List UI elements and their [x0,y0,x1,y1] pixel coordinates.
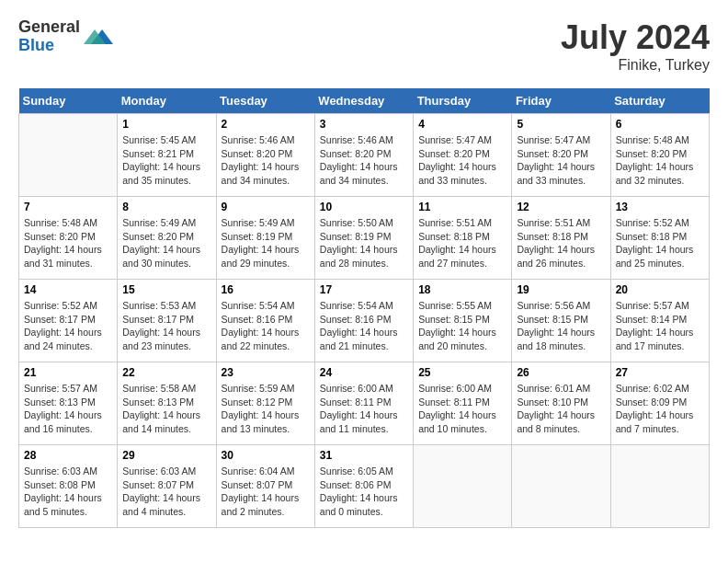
day-info: Sunrise: 5:54 AM Sunset: 8:16 PM Dayligh… [320,299,408,353]
calendar-cell: 12Sunrise: 5:51 AM Sunset: 8:18 PM Dayli… [512,197,610,280]
calendar-cell: 13Sunrise: 5:52 AM Sunset: 8:18 PM Dayli… [610,197,709,280]
day-number: 18 [418,283,506,296]
calendar-cell: 23Sunrise: 5:59 AM Sunset: 8:12 PM Dayli… [216,362,314,445]
day-number: 29 [122,449,210,462]
weekday-header: Friday [512,88,610,114]
day-number: 4 [418,118,506,131]
day-info: Sunrise: 5:59 AM Sunset: 8:12 PM Dayligh… [222,382,310,436]
day-number: 2 [222,118,310,131]
calendar-cell: 11Sunrise: 5:51 AM Sunset: 8:18 PM Dayli… [414,197,512,280]
day-info: Sunrise: 5:58 AM Sunset: 8:13 PM Dayligh… [122,382,210,436]
day-info: Sunrise: 6:04 AM Sunset: 8:07 PM Dayligh… [222,465,310,519]
day-info: Sunrise: 5:48 AM Sunset: 8:20 PM Dayligh… [24,216,112,270]
calendar-cell: 31Sunrise: 6:05 AM Sunset: 8:06 PM Dayli… [314,445,413,528]
page-header: General Blue July 2024 Finike, Turkey [18,18,710,74]
day-number: 28 [24,449,112,462]
calendar-cell: 30Sunrise: 6:04 AM Sunset: 8:07 PM Dayli… [216,445,314,528]
weekday-header: Saturday [610,88,709,114]
day-number: 3 [320,118,408,131]
day-number: 15 [122,283,210,296]
calendar-cell [610,445,709,528]
day-number: 20 [616,283,704,296]
calendar-cell: 21Sunrise: 5:57 AM Sunset: 8:13 PM Dayli… [19,362,118,445]
day-number: 24 [320,366,408,379]
calendar-cell: 19Sunrise: 5:56 AM Sunset: 8:15 PM Dayli… [512,280,610,362]
weekday-header: Sunday [19,88,118,114]
day-number: 19 [517,283,605,296]
calendar-cell: 26Sunrise: 6:01 AM Sunset: 8:10 PM Dayli… [512,362,610,445]
day-info: Sunrise: 6:05 AM Sunset: 8:06 PM Dayligh… [320,465,408,519]
weekday-header: Tuesday [216,88,314,114]
day-info: Sunrise: 6:02 AM Sunset: 8:09 PM Dayligh… [616,382,704,436]
day-number: 11 [418,201,506,213]
calendar-cell: 4Sunrise: 5:47 AM Sunset: 8:20 PM Daylig… [414,114,512,197]
location-subtitle: Finike, Turkey [561,57,710,74]
day-number: 23 [222,366,310,379]
day-info: Sunrise: 6:03 AM Sunset: 8:08 PM Dayligh… [24,465,112,519]
calendar-cell [414,445,512,528]
day-info: Sunrise: 5:57 AM Sunset: 8:14 PM Dayligh… [616,299,704,353]
logo: General Blue [18,18,113,55]
day-info: Sunrise: 5:56 AM Sunset: 8:15 PM Dayligh… [517,299,605,353]
day-info: Sunrise: 5:52 AM Sunset: 8:18 PM Dayligh… [616,216,704,270]
day-number: 22 [122,366,210,379]
day-number: 7 [24,201,112,213]
day-info: Sunrise: 5:47 AM Sunset: 8:20 PM Dayligh… [418,133,506,188]
calendar-week-row: 28Sunrise: 6:03 AM Sunset: 8:08 PM Dayli… [19,445,710,528]
day-info: Sunrise: 6:00 AM Sunset: 8:11 PM Dayligh… [418,382,506,436]
day-info: Sunrise: 5:53 AM Sunset: 8:17 PM Dayligh… [122,299,210,353]
weekday-header: Monday [118,88,216,114]
calendar-cell: 27Sunrise: 6:02 AM Sunset: 8:09 PM Dayli… [610,362,709,445]
day-info: Sunrise: 5:51 AM Sunset: 8:18 PM Dayligh… [418,216,506,270]
weekday-header: Wednesday [314,88,413,114]
day-info: Sunrise: 5:55 AM Sunset: 8:15 PM Dayligh… [418,299,506,353]
calendar-cell: 1Sunrise: 5:45 AM Sunset: 8:21 PM Daylig… [118,114,216,197]
day-info: Sunrise: 5:45 AM Sunset: 8:21 PM Dayligh… [122,133,210,188]
day-number: 6 [616,118,704,131]
day-number: 27 [616,366,704,379]
month-year-title: July 2024 [561,18,710,57]
calendar-cell: 7Sunrise: 5:48 AM Sunset: 8:20 PM Daylig… [19,197,118,280]
day-number: 8 [122,201,210,213]
day-info: Sunrise: 5:51 AM Sunset: 8:18 PM Dayligh… [517,216,605,270]
title-area: July 2024 Finike, Turkey [561,18,710,74]
day-number: 25 [418,366,506,379]
calendar-cell: 28Sunrise: 6:03 AM Sunset: 8:08 PM Dayli… [19,445,118,528]
day-info: Sunrise: 5:52 AM Sunset: 8:17 PM Dayligh… [24,299,112,353]
day-number: 9 [222,201,310,213]
calendar-cell: 15Sunrise: 5:53 AM Sunset: 8:17 PM Dayli… [118,280,216,362]
calendar-cell: 22Sunrise: 5:58 AM Sunset: 8:13 PM Dayli… [118,362,216,445]
weekday-header: Thursday [414,88,512,114]
calendar-cell: 9Sunrise: 5:49 AM Sunset: 8:19 PM Daylig… [216,197,314,280]
day-info: Sunrise: 5:54 AM Sunset: 8:16 PM Dayligh… [222,299,310,353]
calendar-cell: 24Sunrise: 6:00 AM Sunset: 8:11 PM Dayli… [314,362,413,445]
calendar-cell: 14Sunrise: 5:52 AM Sunset: 8:17 PM Dayli… [19,280,118,362]
day-info: Sunrise: 5:49 AM Sunset: 8:19 PM Dayligh… [222,216,310,270]
calendar-cell [512,445,610,528]
calendar-cell: 3Sunrise: 5:46 AM Sunset: 8:20 PM Daylig… [314,114,413,197]
day-number: 21 [24,366,112,379]
calendar-cell: 8Sunrise: 5:49 AM Sunset: 8:20 PM Daylig… [118,197,216,280]
day-info: Sunrise: 5:48 AM Sunset: 8:20 PM Dayligh… [616,133,704,188]
logo-general-text: General [18,18,80,37]
logo-blue-text: Blue [18,37,80,55]
calendar-cell: 2Sunrise: 5:46 AM Sunset: 8:20 PM Daylig… [216,114,314,197]
calendar-cell [19,114,118,197]
calendar-table: SundayMondayTuesdayWednesdayThursdayFrid… [18,88,710,528]
calendar-cell: 18Sunrise: 5:55 AM Sunset: 8:15 PM Dayli… [414,280,512,362]
calendar-cell: 16Sunrise: 5:54 AM Sunset: 8:16 PM Dayli… [216,280,314,362]
day-info: Sunrise: 6:00 AM Sunset: 8:11 PM Dayligh… [320,382,408,436]
day-info: Sunrise: 5:50 AM Sunset: 8:19 PM Dayligh… [320,216,408,270]
calendar-cell: 25Sunrise: 6:00 AM Sunset: 8:11 PM Dayli… [414,362,512,445]
day-info: Sunrise: 5:49 AM Sunset: 8:20 PM Dayligh… [122,216,210,270]
calendar-cell: 29Sunrise: 6:03 AM Sunset: 8:07 PM Dayli… [118,445,216,528]
day-number: 17 [320,283,408,296]
day-info: Sunrise: 5:57 AM Sunset: 8:13 PM Dayligh… [24,382,112,436]
calendar-cell: 20Sunrise: 5:57 AM Sunset: 8:14 PM Dayli… [610,280,709,362]
day-info: Sunrise: 5:46 AM Sunset: 8:20 PM Dayligh… [222,133,310,188]
day-number: 12 [517,201,605,213]
calendar-week-row: 14Sunrise: 5:52 AM Sunset: 8:17 PM Dayli… [19,280,710,362]
calendar-cell: 5Sunrise: 5:47 AM Sunset: 8:20 PM Daylig… [512,114,610,197]
day-number: 1 [122,118,210,131]
day-number: 13 [616,201,704,213]
